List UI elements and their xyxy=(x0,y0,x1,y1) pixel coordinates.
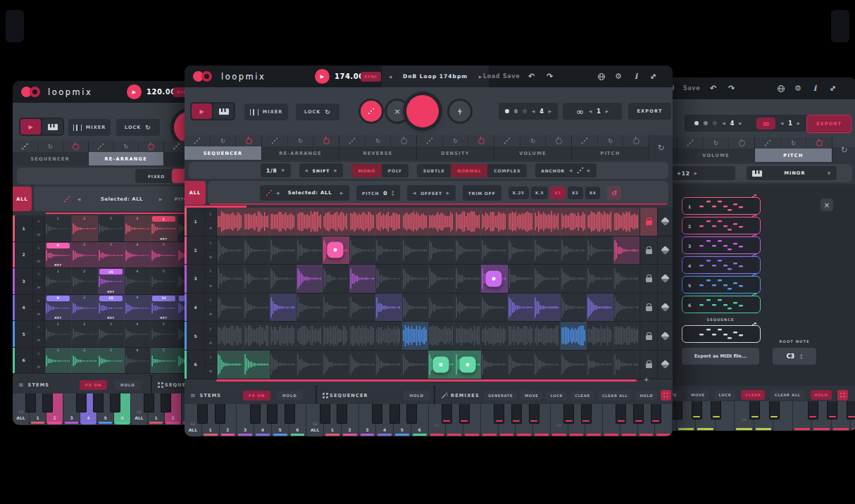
select-all-button[interactable]: ALL xyxy=(185,181,206,205)
row-number[interactable]: 2 xyxy=(15,242,33,268)
step-cell[interactable] xyxy=(217,294,244,322)
normal-button[interactable]: NORMAL xyxy=(451,164,487,177)
step-cell[interactable] xyxy=(402,351,429,379)
step-knob[interactable] xyxy=(433,356,449,372)
step-cell[interactable] xyxy=(375,351,402,379)
gear-icon[interactable]: ⚙ xyxy=(615,65,622,87)
increment-button[interactable]: ▶ xyxy=(587,168,591,172)
step-cell[interactable]: 4 xyxy=(125,268,151,294)
step-cell[interactable] xyxy=(481,294,508,322)
step-cell[interactable] xyxy=(375,237,402,265)
tab-label[interactable]: SEQUENCER xyxy=(185,146,262,160)
save-button[interactable]: Save xyxy=(503,65,520,87)
step-cell[interactable] xyxy=(481,322,508,350)
solo-button[interactable]: S xyxy=(33,215,44,229)
selection-control[interactable]: ◀ Selected: ALL ▶ xyxy=(260,185,349,201)
black-key[interactable] xyxy=(808,401,818,420)
step-cell[interactable] xyxy=(244,322,270,350)
slice-chip[interactable]: 9 xyxy=(46,296,70,301)
step-cell[interactable] xyxy=(455,237,482,265)
clear-all-button[interactable]: CLEAR ALL xyxy=(770,390,805,400)
rate-select[interactable]: 1/8▼ xyxy=(261,163,291,177)
step-cell[interactable]: 1 xyxy=(45,348,72,374)
dice-button[interactable] xyxy=(837,390,848,401)
fx-on-button[interactable]: FX ON xyxy=(243,391,270,401)
tab-power-icon[interactable] xyxy=(806,137,832,149)
step-cell[interactable]: 2 xyxy=(72,242,99,268)
step-cell[interactable] xyxy=(534,294,561,322)
row-number[interactable]: 5 xyxy=(15,321,33,347)
tab-label[interactable]: PITCH xyxy=(755,149,832,162)
tab-pitch[interactable]: ↻PITCH xyxy=(572,135,649,160)
tab-power-icon[interactable] xyxy=(236,135,261,146)
play-button[interactable]: ▶ xyxy=(127,81,142,103)
tab-refresh-icon[interactable]: ↻ xyxy=(443,135,469,146)
tab-label[interactable]: RE-ARRANGE xyxy=(89,152,165,165)
play-toggle-button[interactable]: ▶ xyxy=(20,119,41,134)
step-cell[interactable] xyxy=(270,322,297,350)
step-cell[interactable]: 4 xyxy=(125,348,151,374)
step-cell[interactable] xyxy=(561,208,587,236)
hold-button[interactable]: HOLD xyxy=(635,391,657,401)
mute-button[interactable]: M xyxy=(205,365,216,378)
dice-icon[interactable] xyxy=(63,196,70,202)
resize-icon[interactable]: ↔ xyxy=(830,77,836,99)
black-key[interactable] xyxy=(389,404,400,424)
variation-control[interactable]: ∞ ◀ 1 ▶ xyxy=(563,103,622,120)
step-cell[interactable] xyxy=(402,265,429,293)
tab-label[interactable]: RE-ARRANGE xyxy=(262,146,339,160)
step-cell[interactable] xyxy=(270,294,297,322)
row-lock-button[interactable] xyxy=(639,322,657,350)
speed-button-x5[interactable]: X.5 xyxy=(531,187,549,199)
increment-button[interactable]: ▶ xyxy=(694,171,698,175)
step-cell[interactable]: 9RST xyxy=(45,295,72,321)
step-cell[interactable] xyxy=(375,294,402,322)
step-cell[interactable] xyxy=(323,322,349,350)
row-erase-button[interactable] xyxy=(657,208,673,236)
tab-dice-icon[interactable] xyxy=(755,137,781,149)
black-key[interactable] xyxy=(337,404,347,424)
midi-lane-4[interactable]: 4→ xyxy=(682,256,761,274)
step-cell[interactable]: 3 xyxy=(98,215,125,241)
step-cell[interactable] xyxy=(323,208,349,236)
stepper-icon[interactable]: ▲▼ xyxy=(800,353,802,360)
black-key[interactable] xyxy=(769,401,780,420)
step-cell[interactable] xyxy=(217,265,244,293)
mute-button[interactable]: M xyxy=(205,308,216,321)
black-key[interactable] xyxy=(827,401,837,420)
row-erase-button[interactable] xyxy=(657,265,673,293)
gear-icon[interactable]: ⚙ xyxy=(794,77,801,99)
step-cell[interactable] xyxy=(217,237,244,265)
black-key[interactable] xyxy=(285,404,295,424)
increment-button[interactable]: ▶ xyxy=(549,109,551,113)
mute-button[interactable]: M xyxy=(33,282,44,294)
step-cell[interactable] xyxy=(375,208,402,236)
tab-label[interactable]: DENSITY xyxy=(417,146,494,160)
step-cell[interactable] xyxy=(244,294,270,322)
black-key[interactable] xyxy=(442,404,452,424)
midi-lane-5[interactable]: 5→ xyxy=(682,276,761,294)
step-cell[interactable] xyxy=(481,237,508,265)
midi-lane-sequence[interactable]: → xyxy=(682,325,761,343)
step-cell[interactable] xyxy=(244,237,270,265)
step-cell[interactable] xyxy=(508,294,535,322)
mixer-button[interactable]: MIXER xyxy=(68,119,111,136)
offset-control[interactable]: ◀ OFFSET ▶ xyxy=(407,185,456,201)
row-erase-button[interactable] xyxy=(657,237,673,265)
row-number[interactable]: 6 xyxy=(15,348,33,374)
tab-power-icon[interactable] xyxy=(546,135,571,146)
trim-button[interactable]: TRIM OFF xyxy=(463,185,501,201)
tab-re-arrange[interactable]: ↻RE-ARRANGE xyxy=(89,141,165,165)
shift-control[interactable]: ◀SHIFT▶ xyxy=(299,163,344,177)
step-cell[interactable]: 1 xyxy=(45,321,72,347)
tab-dice-icon[interactable] xyxy=(89,141,114,152)
flatten-button[interactable] xyxy=(449,101,470,122)
black-key[interactable] xyxy=(581,404,592,424)
step-cell[interactable] xyxy=(534,265,561,293)
step-cell[interactable]: 4 xyxy=(125,295,151,321)
shift-right-button[interactable]: ▶ xyxy=(334,168,337,172)
midi-lane-6[interactable]: 6→ xyxy=(682,296,761,313)
export-button[interactable]: EXPORT xyxy=(628,103,671,120)
refresh-all-icon[interactable]: ↻ xyxy=(649,135,673,160)
tab-volume[interactable]: ↻VOLUME xyxy=(678,137,755,162)
